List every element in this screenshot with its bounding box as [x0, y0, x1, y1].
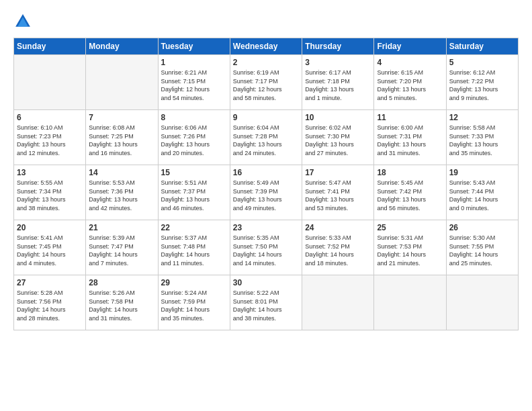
calendar-cell: 24Sunrise: 5:33 AM Sunset: 7:52 PM Dayli… [302, 220, 374, 275]
day-number: 27 [17, 278, 83, 287]
day-number: 12 [449, 113, 515, 122]
day-info: Sunrise: 5:45 AM Sunset: 7:42 PM Dayligh… [377, 179, 443, 212]
day-info: Sunrise: 5:22 AM Sunset: 8:01 PM Dayligh… [233, 289, 299, 322]
calendar-header: SundayMondayTuesdayWednesdayThursdayFrid… [14, 38, 519, 55]
day-info: Sunrise: 6:19 AM Sunset: 7:17 PM Dayligh… [233, 68, 299, 102]
day-info: Sunrise: 6:15 AM Sunset: 7:20 PM Dayligh… [377, 68, 443, 102]
day-number: 19 [449, 168, 515, 177]
day-info: Sunrise: 5:49 AM Sunset: 7:39 PM Dayligh… [233, 179, 299, 212]
calendar-cell: 30Sunrise: 5:22 AM Sunset: 8:01 PM Dayli… [230, 275, 302, 330]
calendar-cell: 6Sunrise: 6:10 AM Sunset: 7:23 PM Daylig… [14, 110, 86, 165]
day-info: Sunrise: 5:24 AM Sunset: 7:59 PM Dayligh… [161, 289, 227, 322]
day-number: 16 [233, 168, 299, 177]
day-number: 5 [449, 58, 515, 67]
day-info: Sunrise: 6:10 AM Sunset: 7:23 PM Dayligh… [17, 124, 83, 157]
day-info: Sunrise: 5:47 AM Sunset: 7:41 PM Dayligh… [305, 179, 371, 212]
day-number: 25 [377, 223, 443, 232]
day-number: 4 [377, 58, 443, 67]
calendar-cell: 9Sunrise: 6:04 AM Sunset: 7:28 PM Daylig… [230, 110, 302, 165]
day-info: Sunrise: 5:28 AM Sunset: 7:56 PM Dayligh… [17, 289, 83, 322]
day-number: 9 [233, 113, 299, 122]
calendar-cell: 10Sunrise: 6:02 AM Sunset: 7:30 PM Dayli… [302, 110, 374, 165]
calendar-week-row: 13Sunrise: 5:55 AM Sunset: 7:34 PM Dayli… [14, 165, 519, 220]
calendar-table: SundayMondayTuesdayWednesdayThursdayFrid… [13, 38, 519, 330]
day-info: Sunrise: 6:04 AM Sunset: 7:28 PM Dayligh… [233, 124, 299, 157]
day-number: 17 [305, 168, 371, 177]
calendar-cell: 25Sunrise: 5:31 AM Sunset: 7:53 PM Dayli… [374, 220, 446, 275]
day-number: 18 [377, 168, 443, 177]
calendar-cell: 12Sunrise: 5:58 AM Sunset: 7:33 PM Dayli… [446, 110, 518, 165]
day-info: Sunrise: 5:51 AM Sunset: 7:37 PM Dayligh… [161, 179, 227, 212]
calendar-cell: 2Sunrise: 6:19 AM Sunset: 7:17 PM Daylig… [230, 55, 302, 110]
weekday-header-wednesday: Wednesday [230, 38, 302, 55]
day-info: Sunrise: 5:55 AM Sunset: 7:34 PM Dayligh… [17, 179, 83, 212]
day-number: 21 [89, 223, 154, 232]
day-number: 26 [449, 223, 515, 232]
day-number: 3 [305, 58, 371, 67]
calendar-cell: 21Sunrise: 5:39 AM Sunset: 7:47 PM Dayli… [86, 220, 158, 275]
day-number: 20 [17, 223, 83, 232]
day-number: 14 [89, 168, 154, 177]
day-info: Sunrise: 6:08 AM Sunset: 7:25 PM Dayligh… [89, 124, 154, 157]
day-number: 1 [161, 58, 227, 67]
day-number: 15 [161, 168, 227, 177]
page: SundayMondayTuesdayWednesdayThursdayFrid… [0, 0, 532, 411]
calendar-cell: 28Sunrise: 5:26 AM Sunset: 7:58 PM Dayli… [86, 275, 158, 330]
weekday-header-tuesday: Tuesday [158, 38, 230, 55]
day-info: Sunrise: 5:39 AM Sunset: 7:47 PM Dayligh… [89, 234, 154, 267]
day-number: 28 [89, 278, 154, 287]
calendar-cell [302, 275, 374, 330]
calendar-cell: 22Sunrise: 5:37 AM Sunset: 7:48 PM Dayli… [158, 220, 230, 275]
day-number: 24 [305, 223, 371, 232]
calendar-cell: 23Sunrise: 5:35 AM Sunset: 7:50 PM Dayli… [230, 220, 302, 275]
day-info: Sunrise: 5:53 AM Sunset: 7:36 PM Dayligh… [89, 179, 154, 212]
day-info: Sunrise: 6:17 AM Sunset: 7:18 PM Dayligh… [305, 68, 371, 102]
day-number: 6 [17, 113, 83, 122]
day-info: Sunrise: 5:43 AM Sunset: 7:44 PM Dayligh… [449, 179, 515, 212]
day-number: 2 [233, 58, 299, 67]
day-info: Sunrise: 6:00 AM Sunset: 7:31 PM Dayligh… [377, 124, 443, 157]
weekday-header-monday: Monday [86, 38, 158, 55]
logo-icon [13, 12, 32, 31]
day-info: Sunrise: 5:30 AM Sunset: 7:55 PM Dayligh… [449, 234, 515, 267]
weekday-header-row: SundayMondayTuesdayWednesdayThursdayFrid… [14, 38, 519, 55]
calendar-cell: 5Sunrise: 6:12 AM Sunset: 7:22 PM Daylig… [446, 55, 518, 110]
calendar-cell: 26Sunrise: 5:30 AM Sunset: 7:55 PM Dayli… [446, 220, 518, 275]
calendar-cell: 29Sunrise: 5:24 AM Sunset: 7:59 PM Dayli… [158, 275, 230, 330]
day-info: Sunrise: 6:06 AM Sunset: 7:26 PM Dayligh… [161, 124, 227, 157]
day-info: Sunrise: 5:35 AM Sunset: 7:50 PM Dayligh… [233, 234, 299, 267]
calendar-cell: 16Sunrise: 5:49 AM Sunset: 7:39 PM Dayli… [230, 165, 302, 220]
day-info: Sunrise: 6:12 AM Sunset: 7:22 PM Dayligh… [449, 68, 515, 102]
calendar-cell [374, 275, 446, 330]
calendar-cell: 7Sunrise: 6:08 AM Sunset: 7:25 PM Daylig… [86, 110, 158, 165]
calendar-cell [14, 55, 86, 110]
day-number: 11 [377, 113, 443, 122]
day-number: 8 [161, 113, 227, 122]
day-info: Sunrise: 5:33 AM Sunset: 7:52 PM Dayligh… [305, 234, 371, 267]
calendar-cell: 3Sunrise: 6:17 AM Sunset: 7:18 PM Daylig… [302, 55, 374, 110]
logo [13, 12, 35, 31]
calendar-cell: 27Sunrise: 5:28 AM Sunset: 7:56 PM Dayli… [14, 275, 86, 330]
calendar-cell: 17Sunrise: 5:47 AM Sunset: 7:41 PM Dayli… [302, 165, 374, 220]
calendar-cell: 18Sunrise: 5:45 AM Sunset: 7:42 PM Dayli… [374, 165, 446, 220]
calendar-body: 1Sunrise: 6:21 AM Sunset: 7:15 PM Daylig… [14, 55, 519, 330]
day-info: Sunrise: 5:37 AM Sunset: 7:48 PM Dayligh… [161, 234, 227, 267]
day-number: 29 [161, 278, 227, 287]
day-info: Sunrise: 5:26 AM Sunset: 7:58 PM Dayligh… [89, 289, 154, 322]
calendar-cell: 11Sunrise: 6:00 AM Sunset: 7:31 PM Dayli… [374, 110, 446, 165]
day-number: 7 [89, 113, 154, 122]
day-info: Sunrise: 5:41 AM Sunset: 7:45 PM Dayligh… [17, 234, 83, 267]
weekday-header-sunday: Sunday [14, 38, 86, 55]
calendar-cell: 15Sunrise: 5:51 AM Sunset: 7:37 PM Dayli… [158, 165, 230, 220]
weekday-header-friday: Friday [374, 38, 446, 55]
day-number: 23 [233, 223, 299, 232]
calendar-week-row: 20Sunrise: 5:41 AM Sunset: 7:45 PM Dayli… [14, 220, 519, 275]
calendar-week-row: 1Sunrise: 6:21 AM Sunset: 7:15 PM Daylig… [14, 55, 519, 110]
calendar-cell [86, 55, 158, 110]
header [13, 12, 519, 31]
day-number: 30 [233, 278, 299, 287]
calendar-cell: 20Sunrise: 5:41 AM Sunset: 7:45 PM Dayli… [14, 220, 86, 275]
calendar-cell: 14Sunrise: 5:53 AM Sunset: 7:36 PM Dayli… [86, 165, 158, 220]
calendar-cell: 1Sunrise: 6:21 AM Sunset: 7:15 PM Daylig… [158, 55, 230, 110]
day-number: 22 [161, 223, 227, 232]
